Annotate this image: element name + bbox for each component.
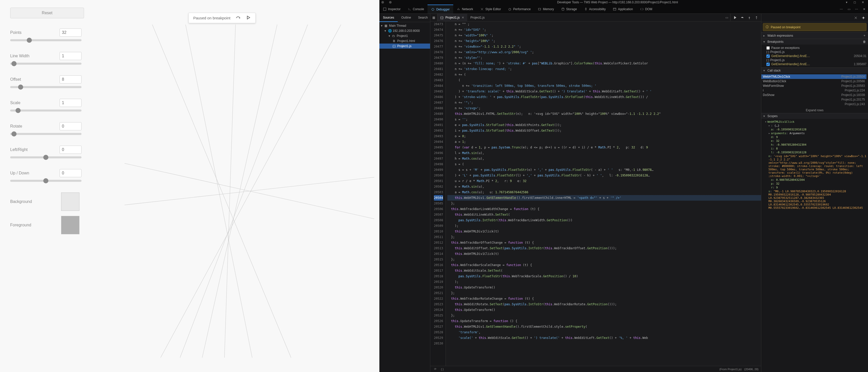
reset-button[interactable]: Reset <box>10 8 84 18</box>
clear-bps-icon[interactable]: 🗑 <box>863 40 866 43</box>
tree-folder[interactable]: ▾🗀Project1 <box>379 33 430 38</box>
scale-slider[interactable] <box>10 110 82 112</box>
tree-thread[interactable]: ▾▦Main Thread <box>379 23 430 28</box>
scope-var[interactable]: p: 32 <box>765 182 866 186</box>
expand-rows-button[interactable]: Expand rows <box>761 107 868 113</box>
svg-point-15 <box>749 18 750 19</box>
window-maximize-icon[interactable]: ◻ <box>852 1 858 4</box>
tab-debugger[interactable]: Debugger <box>428 5 453 13</box>
tab-styleeditor[interactable]: Style Editor <box>477 5 504 13</box>
offset-slider[interactable] <box>10 86 82 88</box>
callstack-row[interactable]: Project1.js:20175 <box>761 97 866 102</box>
bp-file-row[interactable]: { }Project1.js <box>766 50 866 54</box>
points-input[interactable] <box>60 29 82 37</box>
tab-network[interactable]: Network <box>453 5 477 13</box>
scope-var[interactable]: r: 9 <box>765 186 866 189</box>
debugger-sidebar: ⓘ Paused on breakpoint ▸Watch expression… <box>761 14 868 372</box>
file-nav-icon[interactable]: ▦ <box>430 14 437 21</box>
breakpoints-header[interactable]: ▾Breakpoints🗑 <box>761 39 868 44</box>
background-swatch[interactable] <box>61 192 80 211</box>
tab-dom[interactable]: DOM <box>637 5 656 13</box>
sources-tab[interactable]: Sources <box>379 14 398 22</box>
tree-file-html[interactable]: 🗎Project1.html <box>379 38 430 43</box>
offset-input[interactable] <box>60 75 82 84</box>
rotate-input[interactable] <box>60 122 82 130</box>
updown-input[interactable] <box>60 169 82 177</box>
toolbox-close-icon[interactable]: ✕ <box>860 5 868 13</box>
tab-storage[interactable]: Storage <box>558 5 581 13</box>
linewidth-slider[interactable] <box>10 63 82 65</box>
linewidth-input[interactable] <box>60 52 82 60</box>
settings-icon[interactable] <box>860 15 866 21</box>
updown-slider[interactable] <box>10 180 82 182</box>
tab-memory[interactable]: Memory <box>534 5 557 13</box>
scopes-header[interactable]: ▾Scopes <box>761 113 868 119</box>
scope-var[interactable]: a: -0.195090322016128 <box>765 128 866 131</box>
tab-accessibility[interactable]: Accessibility <box>581 5 609 13</box>
scope-var[interactable]: l: -0.195090322016128 <box>765 151 866 154</box>
scope-var[interactable]: ▸: {…} <box>765 124 866 128</box>
scope-var[interactable]: h: -0.980785280432304 <box>765 143 866 147</box>
step-out-button[interactable] <box>753 14 760 21</box>
scale-input[interactable] <box>60 99 82 107</box>
foreground-swatch[interactable] <box>61 216 80 234</box>
tab-inspector[interactable]: Inspector <box>379 5 404 13</box>
rotate-slider[interactable] <box>10 133 82 135</box>
scope-var[interactable]: o: 0.980785280432304 <box>765 178 866 182</box>
file-tab-2[interactable]: Project1.js <box>467 14 488 21</box>
pause-exceptions-row[interactable]: Pause on exceptions <box>766 45 866 50</box>
points-slider[interactable] <box>10 39 82 41</box>
callstack-row[interactable]: Project1.js:243 <box>761 102 866 106</box>
tab-application[interactable]: Application <box>609 5 637 13</box>
callstack-row[interactable]: WebFormShowProject1.js:20583 <box>761 84 866 88</box>
tree-host[interactable]: ▾🌐192.168.0.203:8000 <box>379 28 430 33</box>
search-tab[interactable]: Search <box>414 14 431 22</box>
scope-var[interactable]: e: 32 <box>765 139 866 143</box>
tree-file-js[interactable]: { }Project1.js <box>379 43 430 49</box>
callstack-header[interactable]: ▾Call stack <box>761 67 868 73</box>
window-min-icon[interactable] <box>389 1 392 4</box>
step-over-button[interactable] <box>739 14 745 21</box>
scope-var[interactable]: i: 8 <box>765 147 866 151</box>
leftright-slider[interactable] <box>10 156 82 158</box>
watch-header[interactable]: ▸Watch expressions＋ <box>761 32 868 39</box>
scope-var[interactable]: d: 9 <box>765 135 866 139</box>
bp-checkbox[interactable] <box>766 63 770 66</box>
leftright-input[interactable] <box>60 146 82 154</box>
window-close2-icon[interactable]: ✕ <box>860 1 866 4</box>
toolbox-more-icon[interactable]: ⋯ <box>853 5 860 13</box>
bp-entry[interactable]: GetElementHandle().firstE…1:395897 <box>766 62 866 66</box>
step-over-icon[interactable] <box>236 16 241 20</box>
sources-tree: ▾▦Main Thread ▾🌐192.168.0.203:8000 ▾🗀Pro… <box>379 22 430 372</box>
tab-performance[interactable]: Performance <box>504 5 534 13</box>
svg-rect-8 <box>383 8 386 10</box>
bp-file-row[interactable]: { }Project1.js <box>766 58 866 62</box>
resume-button[interactable] <box>732 14 738 21</box>
pretty-print-icon[interactable]: ⟳ <box>433 367 437 371</box>
app-pane: Reset Points Line Width Offset S <box>0 0 379 372</box>
new-tab-icon[interactable]: ▭ <box>723 14 731 21</box>
skip-pauses-icon[interactable] <box>853 15 859 21</box>
toolbox-dock-icon[interactable]: ▭ <box>845 5 853 13</box>
callstack-row[interactable]: WebButton1ClickProject1.js:20566 <box>761 79 866 84</box>
bp-checkbox[interactable] <box>766 55 770 58</box>
window-minimize-icon[interactable]: ▾ <box>843 1 850 4</box>
callstack-row[interactable]: WebHTMLDiv1ClickProject1.js:20504 <box>761 74 866 79</box>
close-icon[interactable]: ✕ <box>462 16 464 19</box>
callstack-row[interactable]: DoShowProject1.js:18339 <box>761 93 866 97</box>
outline-tab[interactable]: Outline <box>398 14 414 22</box>
toolbox-overflow-icon[interactable]: ⋯ <box>837 5 845 13</box>
step-in-button[interactable] <box>746 14 752 21</box>
window-close-icon[interactable] <box>381 1 384 4</box>
pause-exceptions-checkbox[interactable] <box>766 46 770 50</box>
tab-console[interactable]: Console <box>404 5 428 13</box>
file-tab-1[interactable]: { }Project1.js✕ <box>437 14 467 21</box>
add-watch-icon[interactable]: ＋ <box>863 33 866 38</box>
callstack-row[interactable]: iProject1.js:224 <box>761 88 866 93</box>
scope-var[interactable]: ▸arguments: Arguments <box>765 131 866 135</box>
resume-icon[interactable] <box>246 16 251 20</box>
window-titlebar: Developer Tools — TMS Web Project — http… <box>379 0 868 5</box>
code-view[interactable]: 2047320474204752047620477204782047920480… <box>430 21 761 366</box>
bp-entry[interactable]: GetElementHandle().firstE…20504:31 <box>766 54 866 58</box>
svg-line-4 <box>152 25 291 358</box>
